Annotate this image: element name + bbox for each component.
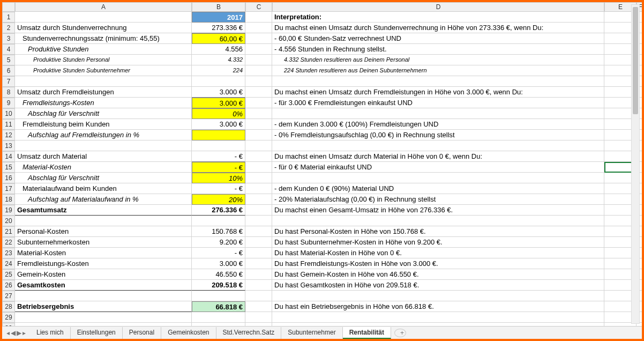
cell-C20[interactable]: [245, 216, 272, 226]
cell-A15[interactable]: Material-Kosten: [15, 162, 192, 173]
cell-A13[interactable]: [15, 140, 192, 151]
cell-A23[interactable]: Material-Kosten: [15, 248, 192, 258]
cell-A1[interactable]: [15, 12, 192, 23]
cell-D24[interactable]: Du hast Fremdleistungs-Kosten in Höhe vo…: [272, 258, 604, 269]
col-header-A[interactable]: A: [15, 2, 192, 12]
cell-C15[interactable]: [245, 162, 272, 173]
row-header-27[interactable]: 27: [2, 291, 15, 301]
cell-C6[interactable]: [245, 65, 272, 76]
cell-C21[interactable]: [245, 226, 272, 237]
row-header-7[interactable]: 7: [2, 76, 15, 87]
cell-B1[interactable]: 2017: [192, 12, 245, 23]
scrollbar-thumb[interactable]: [633, 7, 638, 114]
cell-B29[interactable]: [192, 312, 245, 323]
cell-A28[interactable]: Betriebsergebnis: [15, 301, 192, 312]
cell-D22[interactable]: Du hast Subunternehmer-Kosten in Höhe vo…: [272, 237, 604, 248]
cell-A24[interactable]: Fremdleistungs-Kosten: [15, 258, 192, 269]
cell-B7[interactable]: [192, 76, 245, 87]
cell-B14[interactable]: - €: [192, 151, 245, 162]
cell-A8[interactable]: Umsatz durch Fremdleistungen: [15, 87, 192, 98]
cell-D1[interactable]: Interpretation:: [272, 12, 604, 23]
cell-C13[interactable]: [245, 140, 272, 151]
row-header-29[interactable]: 29: [2, 312, 15, 323]
cell-B9[interactable]: 3.000 €: [192, 98, 245, 108]
cell-A27[interactable]: [15, 291, 192, 301]
cell-D8[interactable]: Du machst einen Umsatz durch Fremdleistu…: [272, 87, 604, 98]
cell-A6[interactable]: Produktive Stunden Subunternehmer: [15, 65, 192, 76]
cell-D7[interactable]: [272, 76, 604, 87]
tab-std-verrechn-satz[interactable]: Std.Verrechn.Satz: [216, 327, 282, 339]
cell-B19[interactable]: 276.336 €: [192, 205, 245, 216]
cell-A22[interactable]: Subunternehmerkosten: [15, 237, 192, 248]
row-header-5[interactable]: 5: [2, 55, 15, 65]
cell-C7[interactable]: [245, 76, 272, 87]
cell-D5[interactable]: 4.332 Stunden resultieren aus Deinem Per…: [272, 55, 604, 65]
row-header-18[interactable]: 18: [2, 194, 15, 205]
cell-D19[interactable]: Du machst einen Gesamt-Umsatz in Höhe vo…: [272, 205, 604, 216]
cell-B28[interactable]: 66.818 €: [192, 301, 245, 312]
tab-einstellungen[interactable]: Einstellungen: [71, 327, 123, 339]
cell-D9[interactable]: - für 3.000 € Fremdleistungen einkaufst …: [272, 98, 604, 108]
cell-D18[interactable]: - 20% Materialaufschlag (0,00 €) in Rech…: [272, 194, 604, 205]
cell-D13[interactable]: [272, 140, 604, 151]
cell-D2[interactable]: Du machst einen Umsatz durch Stundenverr…: [272, 23, 604, 33]
cell-D20[interactable]: [272, 216, 604, 226]
cell-B2[interactable]: 273.336 €: [192, 23, 245, 33]
cell-D6[interactable]: 224 Stunden resultieren aus Deinen Subun…: [272, 65, 604, 76]
cell-C9[interactable]: [245, 98, 272, 108]
cell-B8[interactable]: 3.000 €: [192, 87, 245, 98]
cell-C19[interactable]: [245, 205, 272, 216]
cell-B26[interactable]: 209.518 €: [192, 280, 245, 291]
cell-D23[interactable]: Du hast Material-Kosten in Höhe von 0 €.: [272, 248, 604, 258]
row-header-6[interactable]: 6: [2, 65, 15, 76]
cell-C23[interactable]: [245, 248, 272, 258]
cell-C16[interactable]: [245, 173, 272, 183]
cell-D4[interactable]: - 4.556 Stunden in Rechnung stellst.: [272, 44, 604, 55]
cell-B13[interactable]: [192, 140, 245, 151]
cell-B4[interactable]: 4.556: [192, 44, 245, 55]
cell-B16[interactable]: 10%: [192, 173, 245, 183]
cell-B25[interactable]: 46.550 €: [192, 269, 245, 280]
nav-last-icon[interactable]: ▸: [23, 329, 26, 337]
cell-C3[interactable]: [245, 33, 272, 44]
cell-C25[interactable]: [245, 269, 272, 280]
cell-B22[interactable]: 9.200 €: [192, 237, 245, 248]
cell-A26[interactable]: Gesamtkosten: [15, 280, 192, 291]
add-sheet-icon[interactable]: +: [394, 329, 406, 337]
nav-next-icon[interactable]: ▶: [17, 329, 21, 337]
row-header-17[interactable]: 17: [2, 183, 15, 194]
cell-B24[interactable]: 3.000 €: [192, 258, 245, 269]
cell-B6[interactable]: 224: [192, 65, 245, 76]
row-header-1[interactable]: 1: [2, 12, 15, 23]
cell-B18[interactable]: 20%: [192, 194, 245, 205]
cell-D14[interactable]: Du machst einen Umsatz durch Material in…: [272, 151, 604, 162]
cell-D16[interactable]: [272, 173, 604, 183]
col-header-B[interactable]: B: [192, 2, 245, 12]
cell-A19[interactable]: Gesamtumsatz: [15, 205, 192, 216]
cell-A20[interactable]: [15, 216, 192, 226]
cell-A17[interactable]: Materialaufwand beim Kunden: [15, 183, 192, 194]
row-header-25[interactable]: 25: [2, 269, 15, 280]
cell-A3[interactable]: Stundenverrechnungssatz (minimum: 45,55): [15, 33, 192, 44]
cell-A2[interactable]: Umsatz durch Stundenverrechnung: [15, 23, 192, 33]
row-header-19[interactable]: 19: [2, 205, 15, 216]
cell-C26[interactable]: [245, 280, 272, 291]
cell-D28[interactable]: Du hast ein Betriebsergebnis in Höhe von…: [272, 301, 604, 312]
cell-C18[interactable]: [245, 194, 272, 205]
cell-B27[interactable]: [192, 291, 245, 301]
cell-B11[interactable]: 3.000 €: [192, 119, 245, 130]
row-header-13[interactable]: 13: [2, 140, 15, 151]
cell-B3[interactable]: 60,00 €: [192, 33, 245, 44]
tab-gemeinkosten[interactable]: Gemeinkosten: [161, 327, 216, 339]
col-header-C[interactable]: C: [245, 2, 272, 12]
cell-C17[interactable]: [245, 183, 272, 194]
cell-C12[interactable]: [245, 130, 272, 140]
cell-D11[interactable]: - dem Kunden 3.000 € (100%) Fremdleistun…: [272, 119, 604, 130]
row-header-21[interactable]: 21: [2, 226, 15, 237]
cell-A5[interactable]: Produktive Stunden Personal: [15, 55, 192, 65]
row-header-4[interactable]: 4: [2, 44, 15, 55]
cell-C29[interactable]: [245, 312, 272, 323]
cell-D26[interactable]: Du hast Gesamtkosten in Höhe von 209.518…: [272, 280, 604, 291]
cell-B17[interactable]: - €: [192, 183, 245, 194]
cell-C8[interactable]: [245, 87, 272, 98]
